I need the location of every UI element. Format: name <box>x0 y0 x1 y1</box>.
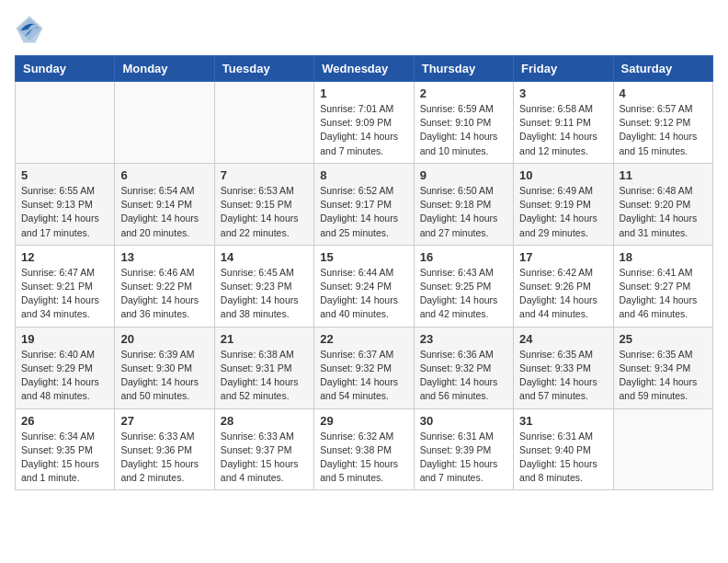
day-number: 16 <box>420 250 507 264</box>
day-info: Sunrise: 6:59 AM Sunset: 9:10 PM Dayligh… <box>420 102 507 158</box>
day-info: Sunrise: 6:34 AM Sunset: 9:35 PM Dayligh… <box>21 430 108 486</box>
day-info: Sunrise: 6:53 AM Sunset: 9:15 PM Dayligh… <box>221 184 308 240</box>
week-row-3: 12Sunrise: 6:47 AM Sunset: 9:21 PM Dayli… <box>16 245 713 327</box>
day-number: 13 <box>120 250 208 264</box>
day-info: Sunrise: 6:40 AM Sunset: 9:29 PM Dayligh… <box>21 348 108 404</box>
calendar-cell: 13Sunrise: 6:46 AM Sunset: 9:22 PM Dayli… <box>115 245 214 327</box>
calendar-cell: 9Sunrise: 6:50 AM Sunset: 9:18 PM Daylig… <box>414 163 513 245</box>
day-info: Sunrise: 6:35 AM Sunset: 9:34 PM Dayligh… <box>620 348 707 404</box>
day-number: 2 <box>420 86 507 100</box>
calendar-cell: 21Sunrise: 6:38 AM Sunset: 9:31 PM Dayli… <box>214 327 313 408</box>
day-info: Sunrise: 6:47 AM Sunset: 9:21 PM Dayligh… <box>21 266 108 322</box>
day-number: 12 <box>21 250 108 264</box>
calendar-cell: 20Sunrise: 6:39 AM Sunset: 9:30 PM Dayli… <box>115 327 214 408</box>
day-number: 17 <box>519 250 607 264</box>
day-number: 10 <box>519 168 607 182</box>
weekday-header-sunday: Sunday <box>16 56 115 82</box>
calendar-cell: 18Sunrise: 6:41 AM Sunset: 9:27 PM Dayli… <box>613 245 712 327</box>
day-number: 3 <box>519 86 607 100</box>
day-info: Sunrise: 6:48 AM Sunset: 9:20 PM Dayligh… <box>620 184 707 240</box>
day-info: Sunrise: 6:33 AM Sunset: 9:36 PM Dayligh… <box>120 430 208 486</box>
calendar-cell: 28Sunrise: 6:33 AM Sunset: 9:37 PM Dayli… <box>214 408 313 490</box>
day-number: 4 <box>620 86 707 100</box>
calendar-cell: 25Sunrise: 6:35 AM Sunset: 9:34 PM Dayli… <box>613 327 712 408</box>
day-info: Sunrise: 6:33 AM Sunset: 9:37 PM Dayligh… <box>221 430 308 486</box>
day-info: Sunrise: 6:52 AM Sunset: 9:17 PM Dayligh… <box>320 184 407 240</box>
day-info: Sunrise: 6:55 AM Sunset: 9:13 PM Dayligh… <box>21 184 108 240</box>
day-info: Sunrise: 7:01 AM Sunset: 9:09 PM Dayligh… <box>320 102 407 158</box>
calendar-cell <box>214 82 313 164</box>
day-info: Sunrise: 6:44 AM Sunset: 9:24 PM Dayligh… <box>320 266 407 322</box>
calendar-cell: 5Sunrise: 6:55 AM Sunset: 9:13 PM Daylig… <box>16 163 115 245</box>
day-info: Sunrise: 6:41 AM Sunset: 9:27 PM Dayligh… <box>620 266 707 322</box>
day-info: Sunrise: 6:31 AM Sunset: 9:39 PM Dayligh… <box>420 430 507 486</box>
week-row-5: 26Sunrise: 6:34 AM Sunset: 9:35 PM Dayli… <box>16 408 713 490</box>
day-number: 28 <box>221 414 308 428</box>
day-info: Sunrise: 6:32 AM Sunset: 9:38 PM Dayligh… <box>320 430 407 486</box>
week-row-2: 5Sunrise: 6:55 AM Sunset: 9:13 PM Daylig… <box>16 163 713 245</box>
day-number: 9 <box>420 168 507 182</box>
day-number: 31 <box>519 414 607 428</box>
day-info: Sunrise: 6:49 AM Sunset: 9:19 PM Dayligh… <box>519 184 607 240</box>
weekday-header-tuesday: Tuesday <box>214 56 313 82</box>
day-info: Sunrise: 6:42 AM Sunset: 9:26 PM Dayligh… <box>519 266 607 322</box>
calendar-table: SundayMondayTuesdayWednesdayThursdayFrid… <box>15 55 713 490</box>
calendar-cell: 1Sunrise: 7:01 AM Sunset: 9:09 PM Daylig… <box>314 82 414 164</box>
day-info: Sunrise: 6:38 AM Sunset: 9:31 PM Dayligh… <box>221 348 308 404</box>
calendar-cell: 8Sunrise: 6:52 AM Sunset: 9:17 PM Daylig… <box>314 163 414 245</box>
day-number: 15 <box>320 250 407 264</box>
logo-icon <box>15 15 44 44</box>
day-number: 21 <box>221 332 308 346</box>
calendar-cell: 24Sunrise: 6:35 AM Sunset: 9:33 PM Dayli… <box>514 327 613 408</box>
day-number: 25 <box>620 332 707 346</box>
weekday-header-thursday: Thursday <box>414 56 513 82</box>
day-info: Sunrise: 6:35 AM Sunset: 9:33 PM Dayligh… <box>519 348 607 404</box>
day-number: 6 <box>120 168 208 182</box>
calendar-cell: 22Sunrise: 6:37 AM Sunset: 9:32 PM Dayli… <box>314 327 414 408</box>
day-info: Sunrise: 6:43 AM Sunset: 9:25 PM Dayligh… <box>420 266 507 322</box>
day-info: Sunrise: 6:50 AM Sunset: 9:18 PM Dayligh… <box>420 184 507 240</box>
calendar-cell: 17Sunrise: 6:42 AM Sunset: 9:26 PM Dayli… <box>514 245 613 327</box>
day-number: 1 <box>320 86 407 100</box>
day-number: 8 <box>320 168 407 182</box>
calendar-cell: 15Sunrise: 6:44 AM Sunset: 9:24 PM Dayli… <box>314 245 414 327</box>
day-number: 18 <box>620 250 707 264</box>
calendar-cell: 4Sunrise: 6:57 AM Sunset: 9:12 PM Daylig… <box>613 82 712 164</box>
day-info: Sunrise: 6:39 AM Sunset: 9:30 PM Dayligh… <box>120 348 208 404</box>
svg-marker-1 <box>17 17 43 43</box>
day-info: Sunrise: 6:36 AM Sunset: 9:32 PM Dayligh… <box>420 348 507 404</box>
calendar-cell: 23Sunrise: 6:36 AM Sunset: 9:32 PM Dayli… <box>414 327 513 408</box>
weekday-header-monday: Monday <box>115 56 214 82</box>
calendar-cell <box>115 82 214 164</box>
day-number: 23 <box>420 332 507 346</box>
day-info: Sunrise: 6:54 AM Sunset: 9:14 PM Dayligh… <box>120 184 208 240</box>
calendar-cell: 14Sunrise: 6:45 AM Sunset: 9:23 PM Dayli… <box>214 245 313 327</box>
day-number: 26 <box>21 414 108 428</box>
calendar-cell: 26Sunrise: 6:34 AM Sunset: 9:35 PM Dayli… <box>16 408 115 490</box>
day-number: 20 <box>120 332 208 346</box>
day-number: 14 <box>221 250 308 264</box>
day-number: 27 <box>120 414 208 428</box>
day-info: Sunrise: 6:45 AM Sunset: 9:23 PM Dayligh… <box>221 266 308 322</box>
calendar-cell: 30Sunrise: 6:31 AM Sunset: 9:39 PM Dayli… <box>414 408 513 490</box>
day-info: Sunrise: 6:58 AM Sunset: 9:11 PM Dayligh… <box>519 102 607 158</box>
calendar-cell: 29Sunrise: 6:32 AM Sunset: 9:38 PM Dayli… <box>314 408 414 490</box>
day-info: Sunrise: 6:46 AM Sunset: 9:22 PM Dayligh… <box>120 266 208 322</box>
day-number: 22 <box>320 332 407 346</box>
weekday-header-friday: Friday <box>514 56 613 82</box>
calendar-cell: 12Sunrise: 6:47 AM Sunset: 9:21 PM Dayli… <box>16 245 115 327</box>
calendar-cell: 11Sunrise: 6:48 AM Sunset: 9:20 PM Dayli… <box>613 163 712 245</box>
calendar-cell: 6Sunrise: 6:54 AM Sunset: 9:14 PM Daylig… <box>115 163 214 245</box>
calendar-cell <box>613 408 712 490</box>
calendar-cell: 2Sunrise: 6:59 AM Sunset: 9:10 PM Daylig… <box>414 82 513 164</box>
day-number: 29 <box>320 414 407 428</box>
weekday-header-row: SundayMondayTuesdayWednesdayThursdayFrid… <box>16 56 713 82</box>
day-number: 5 <box>21 168 108 182</box>
page-header <box>15 15 713 44</box>
weekday-header-saturday: Saturday <box>613 56 712 82</box>
calendar-cell: 19Sunrise: 6:40 AM Sunset: 9:29 PM Dayli… <box>16 327 115 408</box>
day-info: Sunrise: 6:57 AM Sunset: 9:12 PM Dayligh… <box>620 102 707 158</box>
weekday-header-wednesday: Wednesday <box>314 56 414 82</box>
day-number: 30 <box>420 414 507 428</box>
logo <box>15 15 48 44</box>
